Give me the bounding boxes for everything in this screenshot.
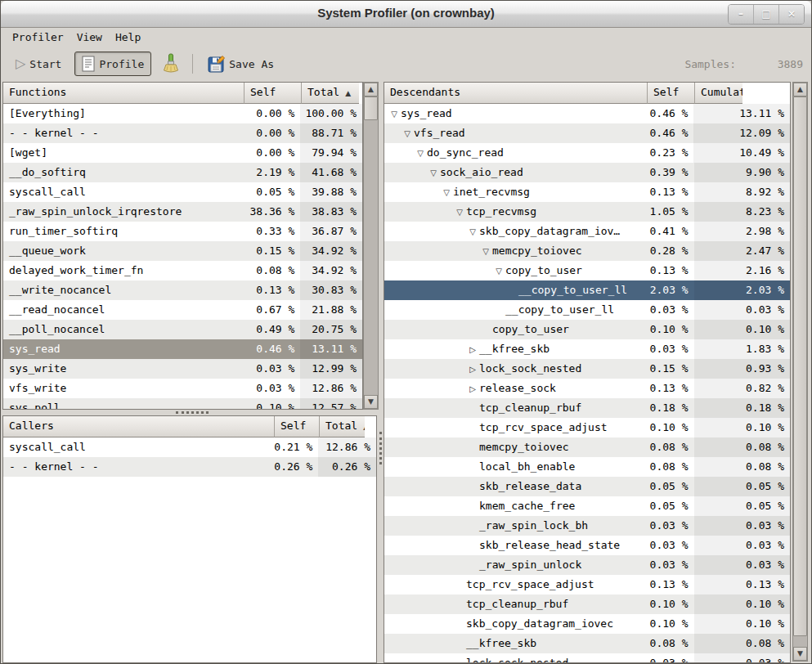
self-value: 0.13 % xyxy=(647,182,694,202)
total-value: 13.11 % xyxy=(300,339,362,359)
expander-open-icon[interactable]: ▽ xyxy=(440,183,453,202)
descendants-column-header[interactable]: Descendants xyxy=(384,83,648,104)
callers-total-column-header[interactable]: Total▲ xyxy=(320,416,365,437)
function-name: sys_read xyxy=(3,339,244,359)
table-row[interactable]: __copy_to_user_ll0.03 %0.03 % xyxy=(384,300,790,320)
table-row[interactable]: [Everything]0.00 %100.00 % xyxy=(3,104,362,123)
table-row[interactable]: kmem_cache_free0.05 %0.05 % xyxy=(384,496,790,516)
table-row[interactable]: sys_poll0.10 %12.57 % xyxy=(3,398,362,410)
expander-open-icon[interactable]: ▽ xyxy=(414,144,427,163)
table-row[interactable]: ▽sock_aio_read0.39 %9.90 % xyxy=(384,163,790,182)
table-row[interactable]: local_bh_enable0.08 %0.08 % xyxy=(384,457,790,477)
table-row[interactable]: ▽copy_to_user0.13 %2.16 % xyxy=(384,261,790,280)
table-row[interactable]: __write_nocancel0.13 %30.83 % xyxy=(3,280,362,300)
table-row[interactable]: - - kernel - -0.00 %88.71 % xyxy=(3,123,362,143)
table-row[interactable]: ▷release_sock0.13 %0.82 % xyxy=(384,379,790,398)
functions-column-header[interactable]: Functions xyxy=(3,83,244,104)
table-row[interactable]: ▷__kfree_skb0.03 %1.83 % xyxy=(384,339,790,359)
table-row[interactable]: _raw_spin_unlock0.03 %0.03 % xyxy=(384,555,790,575)
descendants-scrollbar-thumb[interactable] xyxy=(793,96,807,636)
function-name: syscall_call xyxy=(3,182,244,202)
table-row[interactable]: run_timer_softirq0.33 %36.87 % xyxy=(3,222,362,241)
function-name: __queue_work xyxy=(3,241,244,261)
expander-open-icon[interactable]: ▽ xyxy=(427,164,440,182)
horizontal-splitter[interactable] xyxy=(2,410,377,415)
table-row[interactable]: sys_write0.03 %12.99 % xyxy=(3,359,362,379)
table-row[interactable]: delayed_work_timer_fn0.08 %34.92 % xyxy=(3,261,362,280)
menu-view[interactable]: View xyxy=(70,29,109,45)
table-row[interactable]: _raw_spin_lock_bh0.03 %0.03 % xyxy=(384,516,790,536)
expander-open-icon[interactable]: ▽ xyxy=(466,222,479,241)
table-row[interactable]: tcp_rcv_space_adjust0.13 %0.13 % xyxy=(384,575,790,594)
table-row[interactable]: skb_release_data0.05 %0.05 % xyxy=(384,477,790,496)
table-row[interactable]: ▽inet_recvmsg0.13 %8.92 % xyxy=(384,182,790,202)
expander-open-icon[interactable]: ▽ xyxy=(453,203,466,222)
expander-open-icon[interactable]: ▽ xyxy=(479,242,492,261)
table-row[interactable]: ▷lock_sock_nested0.15 %0.93 % xyxy=(384,359,790,379)
table-row[interactable]: ▽do_sync_read0.23 %10.49 % xyxy=(384,143,790,163)
function-name: tcp_cleanup_rbuf xyxy=(466,598,568,610)
table-row[interactable]: ▽skb_copy_datagram_iov…0.41 %2.98 % xyxy=(384,222,790,241)
scroll-down-icon[interactable]: ▼ xyxy=(364,395,378,409)
minimize-button[interactable]: – xyxy=(729,5,753,24)
self-column-header[interactable]: Self xyxy=(244,83,302,104)
table-row[interactable]: __do_softirq2.19 %41.68 % xyxy=(3,163,362,182)
table-row[interactable]: __copy_to_user_ll2.03 %2.03 % xyxy=(384,280,790,300)
expander-closed-icon[interactable]: ▷ xyxy=(466,379,479,398)
table-row[interactable]: lock_sock_nested0.03 %0.03 % xyxy=(384,653,790,663)
table-row[interactable]: ▽tcp_recvmsg1.05 %8.23 % xyxy=(384,202,790,222)
menu-help[interactable]: Help xyxy=(109,29,147,45)
function-name: __poll_nocancel xyxy=(3,320,244,339)
total-value: 0.03 % xyxy=(694,653,790,663)
vertical-splitter[interactable] xyxy=(378,80,384,664)
functions-scrollbar[interactable]: ▲ ▼ xyxy=(363,82,379,410)
table-row[interactable]: copy_to_user0.10 %0.10 % xyxy=(384,320,790,339)
profile-button[interactable]: Profile xyxy=(74,52,151,76)
total-value: 1.83 % xyxy=(694,339,790,359)
close-button[interactable]: ✕ xyxy=(778,5,804,24)
self-value: 0.10 % xyxy=(647,594,694,614)
table-row[interactable]: __kfree_skb0.08 %0.08 % xyxy=(384,634,790,653)
function-name: skb_release_data xyxy=(479,480,581,492)
table-row[interactable]: tcp_cleanup_rbuf0.18 %0.18 % xyxy=(384,398,790,418)
expander-closed-icon[interactable]: ▷ xyxy=(466,360,479,379)
scroll-up-icon[interactable]: ▲ xyxy=(793,83,807,96)
expander-open-icon[interactable]: ▽ xyxy=(401,124,414,143)
table-row[interactable]: __read_nocancel0.67 %21.88 % xyxy=(3,300,362,320)
table-row[interactable]: tcp_cleanup_rbuf0.10 %0.10 % xyxy=(384,594,790,614)
table-row[interactable]: skb_release_head_state0.03 %0.03 % xyxy=(384,536,790,555)
menu-profiler[interactable]: Profiler xyxy=(6,29,70,45)
table-row[interactable]: memcpy_toiovec0.08 %0.08 % xyxy=(384,437,790,457)
total-column-header[interactable]: Total▲ xyxy=(302,83,359,104)
table-row[interactable]: - - kernel - -0.26 %0.26 % xyxy=(3,457,376,477)
expander-open-icon[interactable]: ▽ xyxy=(492,262,505,280)
expander-open-icon[interactable]: ▽ xyxy=(388,105,401,123)
table-row[interactable]: __poll_nocancel0.49 %20.75 % xyxy=(3,320,362,339)
table-row[interactable]: sys_read0.46 %13.11 % xyxy=(3,339,362,359)
table-row[interactable]: __queue_work0.15 %34.92 % xyxy=(3,241,362,261)
callers-column-header[interactable]: Callers xyxy=(3,416,275,437)
functions-scrollbar-thumb[interactable] xyxy=(364,96,378,120)
scroll-down-icon[interactable]: ▼ xyxy=(793,647,807,661)
table-row[interactable]: ▽sys_read0.46 %13.11 % xyxy=(384,104,790,123)
table-row[interactable]: skb_copy_datagram_iovec0.10 %0.10 % xyxy=(384,614,790,634)
table-row[interactable]: syscall_call0.21 %12.86 % xyxy=(3,437,376,457)
function-name: __copy_to_user_ll xyxy=(505,303,614,316)
table-row[interactable]: vfs_write0.03 %12.86 % xyxy=(3,379,362,398)
table-row[interactable]: syscall_call0.05 %39.88 % xyxy=(3,182,362,202)
scroll-up-icon[interactable]: ▲ xyxy=(364,83,378,96)
table-row[interactable]: ▽memcpy_toiovec0.28 %2.47 % xyxy=(384,241,790,261)
table-row[interactable]: [wget]0.00 %79.94 % xyxy=(3,143,362,163)
reset-button[interactable] xyxy=(158,50,184,78)
start-button[interactable]: ▷ Start xyxy=(9,54,68,74)
maximize-button[interactable]: □ xyxy=(753,5,778,24)
table-row[interactable]: ▽vfs_read0.46 %12.09 % xyxy=(384,123,790,143)
descendants-scrollbar[interactable]: ▲ ▼ xyxy=(792,82,808,662)
table-row[interactable]: _raw_spin_unlock_irqrestore38.36 %38.83 … xyxy=(3,202,362,222)
cumulative-column-header[interactable]: Cumulative▲ xyxy=(695,83,742,104)
table-row[interactable]: tcp_rcv_space_adjust0.10 %0.10 % xyxy=(384,418,790,437)
save-as-button[interactable]: Save As xyxy=(201,52,280,76)
expander-closed-icon[interactable]: ▷ xyxy=(466,340,479,359)
descendants-self-column-header[interactable]: Self xyxy=(648,83,695,104)
callers-self-column-header[interactable]: Self xyxy=(275,416,320,437)
